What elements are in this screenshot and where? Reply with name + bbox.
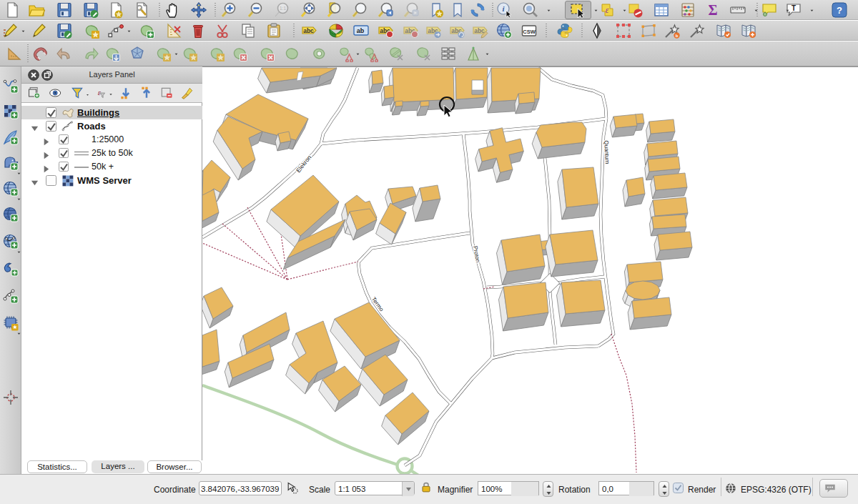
svg-text:Quantum: Quantum xyxy=(603,140,611,164)
svg-text:abc: abc xyxy=(303,27,314,34)
svg-text:?: ? xyxy=(837,5,842,16)
svg-text:1:1: 1:1 xyxy=(280,6,286,11)
svg-text:b: b xyxy=(676,34,679,38)
svg-text:T: T xyxy=(792,4,796,12)
svg-text:ε: ε xyxy=(606,5,609,15)
svg-text:abc: abc xyxy=(474,27,485,34)
svg-text:ab: ab xyxy=(357,27,365,34)
svg-text:ε: ε xyxy=(98,88,102,97)
svg-text:CSW: CSW xyxy=(523,29,536,35)
svg-text:Σ: Σ xyxy=(708,2,717,18)
